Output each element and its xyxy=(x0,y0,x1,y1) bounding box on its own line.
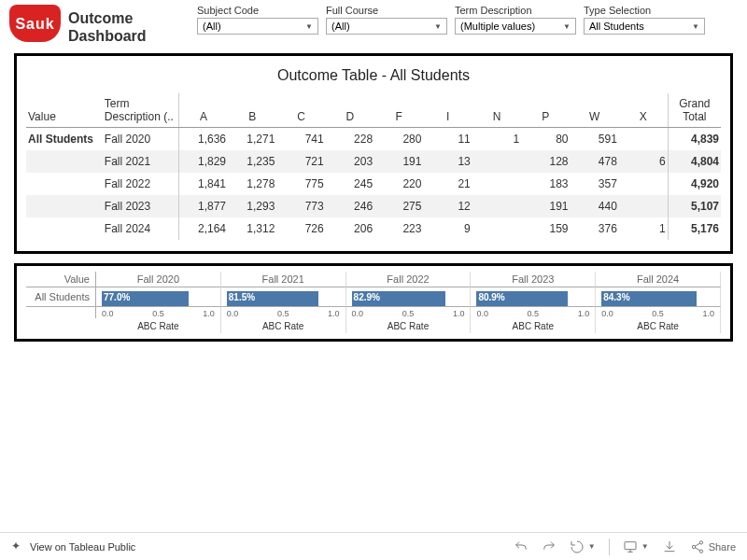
table-row[interactable]: Fall 20242,1641,312726206223915937615,17… xyxy=(26,217,721,240)
value-cell: All Students xyxy=(26,128,103,151)
filter-label: Subject Code xyxy=(197,5,318,16)
bar-value-label: 81.5% xyxy=(229,292,255,302)
footer: View on Tableau Public ▼ ▼ Share xyxy=(0,532,747,560)
bar-value-label: 77.0% xyxy=(104,292,130,302)
type-selection-select[interactable]: All Students ▼ xyxy=(584,18,705,35)
present-button[interactable]: ▼ xyxy=(623,539,649,554)
chart-bar-cell[interactable]: 84.3% xyxy=(596,287,721,307)
grade-cell: 280 xyxy=(374,128,423,151)
term-cell: Fall 2022 xyxy=(103,173,179,195)
divider xyxy=(609,539,610,555)
col-header-d[interactable]: D xyxy=(326,93,374,128)
grade-cell: 245 xyxy=(326,173,374,195)
col-header-i[interactable]: I xyxy=(423,93,472,128)
select-value: All Students xyxy=(589,21,644,32)
grade-cell: 223 xyxy=(374,217,423,240)
filter-subject-code: Subject Code (All) ▼ xyxy=(197,5,318,35)
grade-cell: 1,278 xyxy=(228,173,276,195)
view-label: View on Tableau Public xyxy=(30,541,135,553)
col-header-n[interactable]: N xyxy=(472,93,521,128)
chart-header-term: Fall 2021 xyxy=(221,272,346,287)
grade-cell: 1,271 xyxy=(228,128,276,151)
table-row[interactable]: Fall 20231,8771,293773246275121914405,10… xyxy=(26,195,721,217)
chevron-down-icon: ▼ xyxy=(434,22,442,31)
chart-row-label: All Students xyxy=(26,287,96,307)
full-course-select[interactable]: (All) ▼ xyxy=(326,18,447,35)
svg-point-2 xyxy=(692,545,695,548)
redo-icon[interactable] xyxy=(542,539,557,554)
col-header-a[interactable]: A xyxy=(179,93,228,128)
svg-point-3 xyxy=(699,550,702,553)
share-label: Share xyxy=(709,541,736,553)
replay-button[interactable]: ▼ xyxy=(570,539,596,554)
chart-header-term: Fall 2020 xyxy=(96,272,221,287)
grade-cell: 6 xyxy=(619,150,668,173)
logo: Sauk xyxy=(9,5,61,47)
chart-axis-ticks: 0.00.51.0 xyxy=(346,307,472,318)
grade-cell: 775 xyxy=(276,173,325,195)
download-icon[interactable] xyxy=(662,539,677,554)
subject-code-select[interactable]: (All) ▼ xyxy=(197,18,318,35)
grade-cell: 726 xyxy=(276,217,325,240)
chart-bar-cell[interactable]: 82.9% xyxy=(346,287,472,307)
grade-cell: 191 xyxy=(374,150,423,173)
filter-label: Term Description xyxy=(455,5,576,16)
term-description-select[interactable]: (Multiple values) ▼ xyxy=(455,18,576,35)
grade-cell xyxy=(619,195,668,217)
grade-cell: 183 xyxy=(521,173,570,195)
col-header-c[interactable]: C xyxy=(276,93,325,128)
grade-cell: 246 xyxy=(326,195,374,217)
grade-cell: 1 xyxy=(472,128,521,151)
chevron-down-icon: ▼ xyxy=(305,22,313,31)
grade-cell: 203 xyxy=(326,150,374,173)
filter-term-description: Term Description (Multiple values) ▼ xyxy=(455,5,576,35)
chart-bar-cell[interactable]: 81.5% xyxy=(221,287,346,307)
grade-cell: 478 xyxy=(571,150,619,173)
chart-bar-cell[interactable]: 77.0% xyxy=(96,287,221,307)
col-header-p[interactable]: P xyxy=(521,93,570,128)
chart-bar-cell[interactable]: 80.9% xyxy=(471,287,596,307)
total-cell: 5,107 xyxy=(668,195,721,217)
grade-cell: 1,312 xyxy=(228,217,276,240)
share-button[interactable]: Share xyxy=(690,539,736,554)
grade-cell: 1,829 xyxy=(179,150,228,173)
col-header-b[interactable]: B xyxy=(228,93,276,128)
filters: Subject Code (All) ▼ Full Course (All) ▼… xyxy=(169,5,738,35)
col-header-value[interactable]: Value xyxy=(26,93,103,128)
grade-cell: 1,235 xyxy=(228,150,276,173)
value-cell xyxy=(26,150,103,173)
col-header-x[interactable]: X xyxy=(619,93,668,128)
grade-cell: 1 xyxy=(619,217,668,240)
chart-header-value: Value xyxy=(26,272,96,287)
value-cell xyxy=(26,217,103,240)
grade-cell: 1,636 xyxy=(179,128,228,151)
chevron-down-icon: ▼ xyxy=(563,22,571,31)
grade-cell: 440 xyxy=(571,195,619,217)
table-row[interactable]: Fall 20211,8291,2357212031911312847864,8… xyxy=(26,150,721,173)
chart-axis-ticks: 0.00.51.0 xyxy=(221,307,346,318)
col-header-f[interactable]: F xyxy=(374,93,423,128)
col-header-total[interactable]: Grand Total xyxy=(668,93,721,128)
col-header-w[interactable]: W xyxy=(571,93,619,128)
header: Sauk Outcome Dashboard Subject Code (All… xyxy=(0,0,747,49)
grade-cell xyxy=(472,195,521,217)
table-row[interactable]: All StudentsFall 20201,6361,271741228280… xyxy=(26,128,721,151)
total-cell: 5,176 xyxy=(668,217,721,240)
total-cell: 4,839 xyxy=(668,128,721,151)
chart-axis-ticks: 0.00.51.0 xyxy=(596,307,721,318)
table-row[interactable]: Fall 20221,8411,278775245220211833574,92… xyxy=(26,173,721,195)
grade-cell: 12 xyxy=(423,195,472,217)
chart-axis-ticks: 0.00.51.0 xyxy=(96,307,221,318)
grade-cell xyxy=(472,150,521,173)
col-header-term[interactable]: Term Description (.. xyxy=(103,93,179,128)
grade-cell: 9 xyxy=(423,217,472,240)
chart-axis-title: ABC Rate xyxy=(471,318,596,333)
grade-cell xyxy=(619,173,668,195)
view-on-tableau-link[interactable]: View on Tableau Public xyxy=(11,540,135,553)
undo-icon[interactable] xyxy=(514,539,529,554)
outcome-table-panel: Outcome Table - All Students Value Term … xyxy=(14,53,733,254)
bar-value-label: 80.9% xyxy=(478,292,504,302)
grade-cell: 228 xyxy=(326,128,374,151)
abc-rate-panel: ValueFall 2020Fall 2021Fall 2022Fall 202… xyxy=(14,263,733,342)
term-cell: Fall 2024 xyxy=(103,217,179,240)
